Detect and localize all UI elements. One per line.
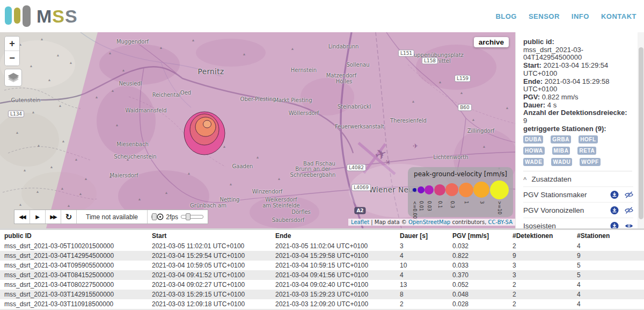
table-row[interactable]: mss_dsrt_2021-03-03T1109185000002021-03-… xyxy=(0,299,644,309)
station-chip-wade[interactable]: WADE xyxy=(523,158,544,166)
table-cell: 2 xyxy=(508,280,573,290)
mss-logo[interactable]: MSS xyxy=(4,4,78,28)
nav-link-kontakt[interactable]: KONTAKT xyxy=(601,12,636,20)
eye-icon[interactable] xyxy=(625,222,633,228)
fps-clock-icon xyxy=(157,210,164,224)
map-place-label: Reichental xyxy=(152,92,181,98)
fps-slider-track[interactable] xyxy=(181,215,203,219)
pgv-value: 0.822 mm/s xyxy=(542,93,579,101)
table-cell: 5 xyxy=(573,270,644,280)
fps-slider-thumb[interactable] xyxy=(186,213,191,220)
stations-label: getriggerte Stationen (9): xyxy=(523,125,606,133)
table-row[interactable]: mss_dsrt_2021-03-04T0802275000002021-03-… xyxy=(0,280,644,290)
time-slider[interactable] xyxy=(151,210,153,224)
legend-circle xyxy=(459,183,473,197)
logo-letter: S xyxy=(65,6,78,26)
pgv-label: PGV: xyxy=(523,93,540,101)
station-chip-wadu[interactable]: WADU xyxy=(551,158,572,166)
table-cell: 4 xyxy=(396,270,448,280)
reload-button[interactable]: ↻ xyxy=(61,210,77,224)
legend-label: 0.3 xyxy=(450,201,455,215)
table-cell: 2021-03-03 15:29:15 UTC+0100 xyxy=(148,290,271,299)
legend-item: 0.3 xyxy=(445,179,458,215)
fps-slider[interactable] xyxy=(181,210,203,224)
table-cell: 13 xyxy=(396,280,448,290)
table-row[interactable]: mss_dsrt_2021-03-04T0959055000002021-03-… xyxy=(0,261,644,270)
table-cell: 2021-03-05 11:02:01 UTC+0100 xyxy=(148,241,271,251)
map-place-label: Truppenübungsplatz Großmittel xyxy=(409,52,464,64)
rewind-button[interactable]: ◀◀ xyxy=(14,210,30,224)
collapse-caret-icon[interactable]: ^ xyxy=(523,177,526,182)
legend-item: 1 xyxy=(459,179,473,215)
time-slider-thumb[interactable] xyxy=(152,213,157,220)
table-row[interactable]: mss_dsrt_2021-03-05T1002015000002021-03-… xyxy=(0,241,644,251)
road-badge: L151 xyxy=(398,50,414,57)
map-place-label: Steinabrückl xyxy=(338,104,371,110)
station-chip-duba[interactable]: DUBA xyxy=(523,135,543,143)
peak-marker-icon: ▲ xyxy=(122,68,126,72)
table-cell: 0.033 xyxy=(448,261,508,270)
table-cell: 0.048 xyxy=(448,290,508,299)
license-link[interactable]: CC-BY-SA xyxy=(488,219,513,225)
road-badge: A2 xyxy=(354,207,365,214)
map-place-label: Winzendorf xyxy=(252,189,283,194)
peak-marker-icon: ▲ xyxy=(438,80,442,84)
station-chip-reta[interactable]: RETA xyxy=(577,147,596,155)
station-chip-miba[interactable]: MIBA xyxy=(552,147,570,155)
nav-link-sensor[interactable]: SENSOR xyxy=(529,12,560,20)
table-cell: 9 xyxy=(573,251,644,261)
peak-marker-icon: ▲ xyxy=(277,177,281,181)
legend-title: peak-ground-velocity [mm/s] xyxy=(412,170,509,178)
eye-slash-icon[interactable] xyxy=(625,206,633,214)
table-cell: 2 xyxy=(508,241,573,251)
download-button[interactable] xyxy=(610,222,619,228)
ende-label: Ende: xyxy=(523,77,543,85)
station-chip-hofl[interactable]: HOFL xyxy=(579,135,598,143)
legend-circle xyxy=(434,184,445,196)
map-place-label: Gutenstein xyxy=(11,97,41,103)
peak-marker-icon: ▲ xyxy=(62,139,65,143)
table-row[interactable]: mss_dsrt_2021-03-04T0841525000002021-03-… xyxy=(0,270,644,280)
map-place-label: Netting xyxy=(220,197,240,203)
fast-forward-button[interactable]: ▶▶ xyxy=(46,210,61,224)
legend-label: 0.1 xyxy=(437,201,442,215)
sidebar-scrollbar-thumb[interactable] xyxy=(639,47,643,219)
archive-button[interactable]: archive xyxy=(474,37,509,47)
peak-marker-icon: ▲ xyxy=(30,64,33,68)
zoom-out-button[interactable]: − xyxy=(5,51,19,66)
zoom-in-button[interactable]: + xyxy=(5,37,19,51)
table-cell: 9 xyxy=(508,251,573,261)
table-cell: 2021-03-05 11:02:04 UTC+0100 xyxy=(271,241,396,251)
map-canvas[interactable]: ✈ ✈ ✈ MuggendorfPernitzNeusiedlGutenstei… xyxy=(0,32,515,228)
nav-link-info[interactable]: INFO xyxy=(572,12,589,20)
map-place-label: Scheuchenstein xyxy=(114,154,156,160)
events-table: public IDStartEndeDauer [s]PGV [mm/s]#De… xyxy=(0,230,644,309)
peak-marker-icon: ▲ xyxy=(95,95,99,99)
layers-control-button[interactable] xyxy=(4,69,22,86)
table-cell: 2 xyxy=(396,299,448,309)
table-row[interactable]: mss_dsrt_2021-03-04T1429545000002021-03-… xyxy=(0,251,644,261)
download-button[interactable] xyxy=(610,191,619,199)
main: ✈ ✈ ✈ MuggendorfPernitzNeusiedlGutenstei… xyxy=(0,32,644,228)
eye-slash-icon[interactable] xyxy=(625,191,633,199)
station-chip-wopf[interactable]: WOPF xyxy=(580,158,600,166)
peak-marker-icon: ▲ xyxy=(115,123,119,127)
table-row[interactable]: mss_dsrt_2021-03-03T1429155000002021-03-… xyxy=(0,290,644,299)
leaflet-link[interactable]: Leaflet xyxy=(351,219,369,225)
download-button[interactable] xyxy=(610,206,619,214)
map-zoom-control: + − xyxy=(4,36,20,66)
column-header: PGV [mm/s] xyxy=(448,230,508,241)
table-cell: 3 xyxy=(508,261,573,270)
play-button[interactable]: ▶ xyxy=(30,210,46,224)
osm-link[interactable]: OpenStreetMap xyxy=(408,219,450,225)
map-place-label: Pernitz xyxy=(198,69,224,75)
map-place-label: Neusiedl xyxy=(119,81,142,86)
logo-letter: M xyxy=(36,6,52,26)
zusatz-header[interactable]: ^ Zusatzdaten xyxy=(523,171,632,186)
legend-circle-wrap xyxy=(445,179,458,200)
sidebar-scrollbar[interactable] xyxy=(638,32,644,228)
nav-link-blog[interactable]: BLOG xyxy=(495,12,517,20)
map-place-label: Dörfles xyxy=(291,209,311,215)
station-chip-grba[interactable]: GRBA xyxy=(551,135,571,143)
station-chip-howa[interactable]: HOWA xyxy=(523,147,545,155)
